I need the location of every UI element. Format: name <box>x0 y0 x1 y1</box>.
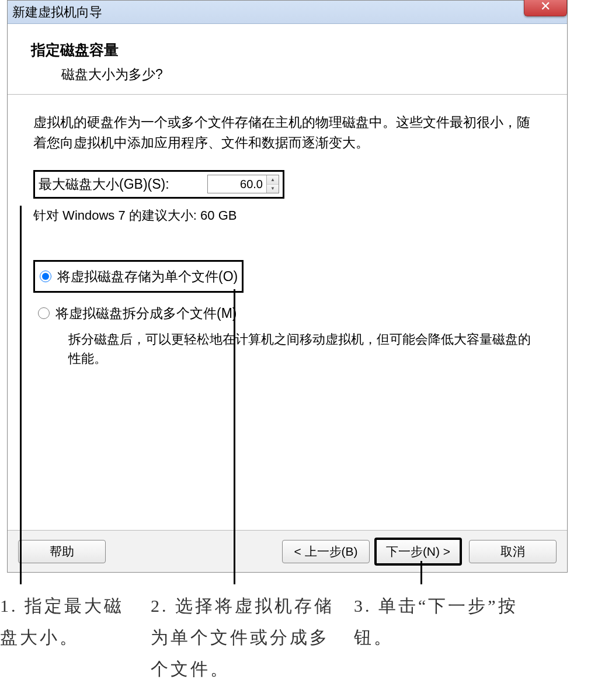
next-button-label: 下一步(N) > <box>386 543 450 560</box>
back-button-label: < 上一步(B) <box>294 543 357 560</box>
window-title: 新建虚拟机向导 <box>12 4 102 21</box>
close-icon: ✕ <box>540 0 551 14</box>
spinner-up-icon[interactable]: ▲ <box>267 175 279 185</box>
radio-split-files[interactable]: 将虚拟磁盘拆分成多个文件(M) <box>33 302 541 326</box>
callout-line-3 <box>420 561 422 584</box>
callout-1: 1. 指定最大磁盘大小。 <box>0 590 134 685</box>
callout-line-1 <box>20 206 22 584</box>
next-button[interactable]: 下一步(N) > <box>374 538 462 566</box>
new-vm-wizard-dialog: 新建虚拟机向导 ✕ 指定磁盘容量 磁盘大小为多少? 虚拟机的硬盘作为一个或多个文… <box>7 0 568 573</box>
help-button[interactable]: 帮助 <box>18 540 106 563</box>
disk-size-label: 最大磁盘大小(GB)(S): <box>39 174 169 195</box>
dialog-body: 虚拟机的硬盘作为一个或多个文件存储在主机的物理磁盘中。这些文件最初很小，随着您向… <box>8 95 567 368</box>
back-button[interactable]: < 上一步(B) <box>282 540 370 563</box>
disk-size-input[interactable] <box>208 175 266 193</box>
dialog-header: 指定磁盘容量 磁盘大小为多少? <box>8 24 567 95</box>
titlebar: 新建虚拟机向导 ✕ <box>8 1 567 24</box>
help-button-label: 帮助 <box>50 543 74 560</box>
dialog-footer: 帮助 < 上一步(B) 下一步(N) > 取消 <box>8 530 567 572</box>
radio-single-file-label: 将虚拟磁盘存储为单个文件(O) <box>57 266 238 287</box>
radio-single-file-input[interactable] <box>40 271 51 282</box>
disk-size-input-wrap: ▲ ▼ <box>207 175 279 193</box>
callout-3: 3. 单击“下一步”按钮。 <box>354 590 529 685</box>
split-description-text: 拆分磁盘后，可以更轻松地在计算机之间移动虚拟机，但可能会降低大容量磁盘的性能。 <box>68 330 536 368</box>
page-title: 指定磁盘容量 <box>31 40 544 60</box>
spinner-down-icon[interactable]: ▼ <box>267 185 279 193</box>
radio-single-file[interactable]: 将虚拟磁盘存储为单个文件(O) <box>37 265 239 288</box>
radio-split-files-label: 将虚拟磁盘拆分成多个文件(M) <box>55 303 237 324</box>
store-single-file-block: 将虚拟磁盘存储为单个文件(O) <box>33 260 244 293</box>
disk-size-row: 最大磁盘大小(GB)(S): ▲ ▼ <box>33 170 284 199</box>
description-text: 虚拟机的硬盘作为一个或多个文件存储在主机的物理磁盘中。这些文件最初很小，随着您向… <box>33 112 541 153</box>
callout-line-2 <box>234 289 235 584</box>
callouts: 1. 指定最大磁盘大小。 2. 选择将虚拟机存储为单个文件或分成多个文件。 3.… <box>0 590 598 685</box>
callout-2: 2. 选择将虚拟机存储为单个文件或分成多个文件。 <box>151 590 338 685</box>
page-subtitle: 磁盘大小为多少? <box>61 65 544 84</box>
recommended-size-text: 针对 Windows 7 的建议大小: 60 GB <box>33 206 541 225</box>
close-button[interactable]: ✕ <box>524 0 567 16</box>
disk-size-spinner[interactable]: ▲ ▼ <box>266 175 279 193</box>
cancel-button-label: 取消 <box>500 543 525 560</box>
cancel-button[interactable]: 取消 <box>469 540 557 563</box>
radio-split-files-input[interactable] <box>38 307 50 319</box>
